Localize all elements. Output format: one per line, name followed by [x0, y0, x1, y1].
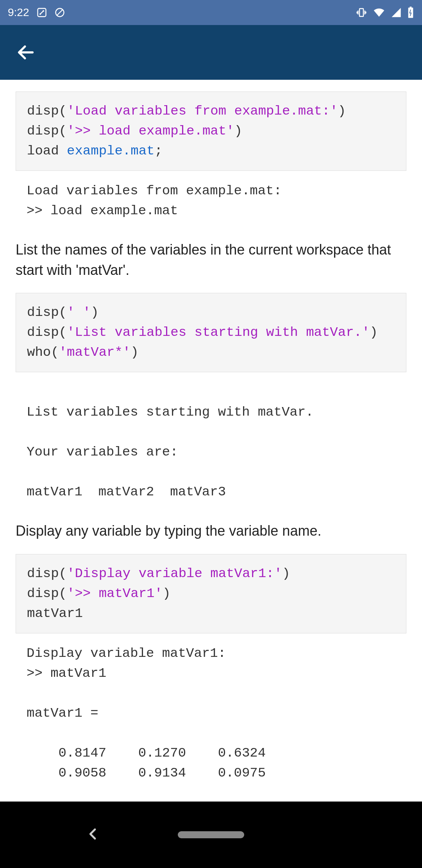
cell-icon: [391, 7, 402, 18]
battery-charging-icon: [407, 7, 414, 18]
code-block-2: disp(' ') disp('List variables starting …: [16, 293, 406, 372]
code-block-3: disp('Display variable matVar1:') disp('…: [16, 554, 406, 633]
chevron-left-icon: [85, 826, 101, 842]
prose-1: List the names of the variables in the c…: [16, 240, 406, 280]
output-block-2: List variables starting with matVar. You…: [16, 381, 406, 504]
code-block-1: disp('Load variables from example.mat:')…: [16, 91, 406, 171]
arrow-left-icon: [16, 42, 36, 63]
system-nav-bar: [0, 802, 422, 868]
app-bar: [0, 25, 422, 80]
status-bar: 9:22: [0, 0, 422, 25]
status-time: 9:22: [8, 6, 29, 19]
system-back-button[interactable]: [85, 826, 101, 843]
output-block-3: Display variable matVar1: >> matVar1 mat…: [16, 642, 406, 785]
svg-rect-2: [359, 9, 363, 16]
vibrate-icon: [356, 7, 367, 18]
wifi-icon: [373, 6, 385, 19]
output-block-1: Load variables from example.mat: >> load…: [16, 179, 406, 222]
target-icon: [36, 7, 47, 18]
content-scroll[interactable]: disp('Load variables from example.mat:')…: [0, 80, 422, 802]
svg-rect-4: [410, 7, 412, 8]
back-button[interactable]: [12, 38, 40, 66]
no-sign-icon: [54, 7, 65, 18]
system-home-pill[interactable]: [178, 831, 244, 838]
prose-2: Display any variable by typing the varia…: [16, 521, 406, 541]
